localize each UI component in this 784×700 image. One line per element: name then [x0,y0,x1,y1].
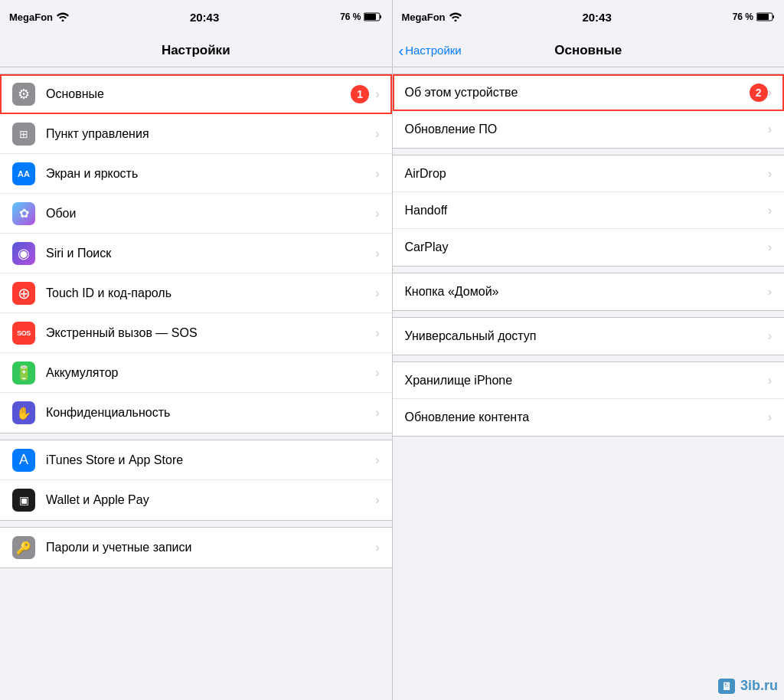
airdrop-chevron: › [768,167,772,181]
accessibility-chevron: › [768,329,772,343]
sos-icon: SOS [12,322,35,345]
settings-item-privacy[interactable]: ✋ Конфиденциальность › [0,393,392,433]
general-chevron: › [375,87,379,101]
about-label: Об этом устройстве [405,86,743,100]
touchid-icon: ⊕ [12,282,35,305]
right-status-bar: MegaFon 20:43 76 % [393,0,785,34]
storage-label: Хранилище iPhone [405,374,768,388]
general-label: Основные [46,87,345,101]
sos-chevron: › [375,326,379,340]
left-nav-title: Настройки [162,43,230,58]
battery-label: Аккумулятор [46,366,369,380]
right-settings-list: Об этом устройстве 2 › Обновление ПО › A… [393,67,785,700]
right-nav-title: Основные [554,43,622,58]
left-nav-bar: Настройки [0,34,392,67]
privacy-label: Конфиденциальность [46,406,369,420]
itunes-icon: A [12,449,35,472]
svg-rect-7 [757,14,769,20]
settings-item-wallpaper[interactable]: ✿ Обои › [0,194,392,234]
wallpaper-chevron: › [375,207,379,221]
storage-chevron: › [768,374,772,388]
control-center-label: Пункт управления [46,127,369,141]
about-badge: 2 [750,83,768,102]
control-center-chevron: › [375,127,379,141]
settings-item-update[interactable]: Обновление ПО › [393,111,785,148]
itunes-label: iTunes Store и App Store [46,453,369,467]
airdrop-label: AirDrop [405,167,768,181]
home-button-chevron: › [768,285,772,299]
accessibility-label: Универсальный доступ [405,329,768,343]
handoff-label: Handoff [405,204,768,218]
right-time: 20:43 [582,11,611,24]
about-chevron: › [768,86,772,100]
control-center-icon: ⊞ [12,123,35,146]
siri-label: Siri и Поиск [46,247,369,260]
svg-point-0 [62,20,64,22]
passwords-chevron: › [375,541,379,554]
settings-item-general[interactable]: ⚙ Основные 1 › [0,74,392,114]
settings-item-about[interactable]: Об этом устройстве 2 › [393,74,785,111]
settings-item-sos[interactable]: SOS Экстренный вызов — SOS › [0,313,392,353]
left-status-left: MegaFon [9,11,69,23]
settings-item-control-center[interactable]: ⊞ Пункт управления › [0,114,392,154]
left-time: 20:43 [190,11,219,24]
settings-item-siri[interactable]: ◉ Siri и Поиск › [0,234,392,273]
right-panel: ‹ Настройки Основные Об этом устройстве … [393,34,785,700]
settings-item-home-button[interactable]: Кнопка «Домой» › [393,273,785,310]
left-battery-icon [364,12,382,21]
left-panel: Настройки ⚙ Основные 1 › ⊞ Пункт управле… [0,34,392,700]
left-section-main: ⚙ Основные 1 › ⊞ Пункт управления › AA Э… [0,74,392,433]
right-battery-icon [756,12,775,21]
settings-item-passwords[interactable]: 🔑 Пароли и учетные записи › [0,528,392,568]
back-label: Настройки [405,44,462,57]
settings-item-airdrop[interactable]: AirDrop › [393,155,785,192]
left-settings-list: ⚙ Основные 1 › ⊞ Пункт управления › AA Э… [0,67,392,700]
wallpaper-label: Обои [46,207,369,221]
settings-item-handoff[interactable]: Handoff › [393,192,785,229]
touchid-chevron: › [375,286,379,300]
right-section-3: Кнопка «Домой» › [393,273,785,311]
left-section-passwords: 🔑 Пароли и учетные записи › [0,527,392,568]
update-chevron: › [768,123,772,136]
left-carrier: MegaFon [9,11,53,23]
right-section-5: Хранилище iPhone › Обновление контента › [393,361,785,437]
left-status-right: 76 % [340,11,382,22]
back-chevron-icon: ‹ [399,43,404,58]
left-status-bar: MegaFon 20:43 76 % [0,0,392,34]
general-icon: ⚙ [12,83,35,106]
settings-item-carplay[interactable]: CarPlay › [393,229,785,266]
bg-refresh-label: Обновление контента [405,411,768,424]
right-battery-text: 76 % [733,11,753,22]
settings-item-wallet[interactable]: ▣ Wallet и Apple Pay › [0,480,392,520]
settings-item-display[interactable]: AA Экран и яркость › [0,154,392,194]
update-label: Обновление ПО [405,123,768,136]
settings-item-touchid[interactable]: ⊕ Touch ID и код-пароль › [0,273,392,313]
display-label: Экран и яркость [46,167,369,181]
passwords-icon: 🔑 [12,536,35,559]
right-nav-bar: ‹ Настройки Основные [393,34,785,67]
sos-label: Экстренный вызов — SOS [46,326,369,340]
settings-item-itunes[interactable]: A iTunes Store и App Store › [0,440,392,480]
siri-icon: ◉ [12,242,35,265]
right-status-right: 76 % [733,11,775,22]
right-nav-back[interactable]: ‹ Настройки [399,43,462,58]
status-row: MegaFon 20:43 76 % MegaFon [0,0,784,34]
carplay-chevron: › [768,240,772,254]
settings-item-accessibility[interactable]: Универсальный доступ › [393,318,785,355]
svg-point-4 [454,20,456,22]
wifi-icon [57,12,69,21]
settings-item-bg-refresh[interactable]: Обновление контента › [393,399,785,436]
settings-item-storage[interactable]: Хранилище iPhone › [393,362,785,399]
settings-item-battery[interactable]: 🔋 Аккумулятор › [0,353,392,393]
main-content: Настройки ⚙ Основные 1 › ⊞ Пункт управле… [0,34,784,700]
left-battery-text: 76 % [340,11,361,22]
carplay-label: CarPlay [405,240,768,254]
handoff-chevron: › [768,204,772,218]
battery-chevron: › [375,366,379,380]
battery-icon: 🔋 [12,361,35,384]
privacy-icon: ✋ [12,401,35,424]
right-wifi-icon [449,12,462,21]
right-status-left: MegaFon [402,11,462,23]
itunes-chevron: › [375,453,379,467]
touchid-label: Touch ID и код-пароль [46,286,369,300]
